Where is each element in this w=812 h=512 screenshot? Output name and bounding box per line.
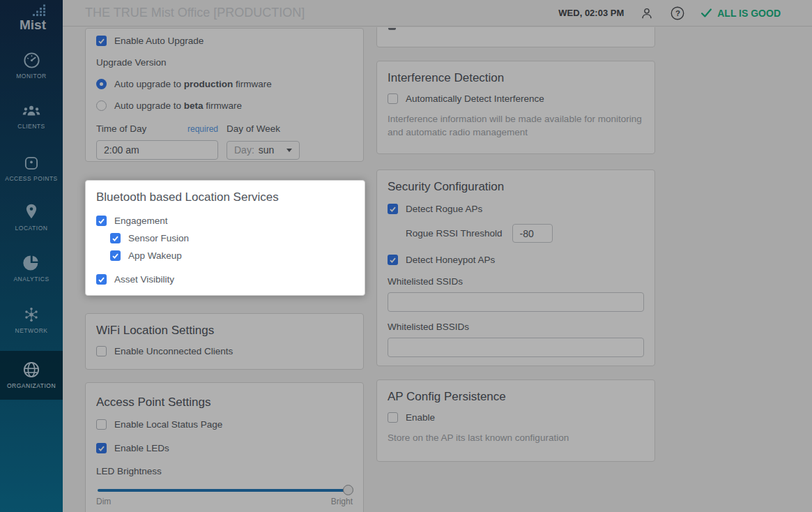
app-wakeup-checkbox[interactable]	[110, 250, 121, 261]
check-icon	[112, 253, 118, 259]
asset-visibility-checkbox[interactable]	[96, 274, 107, 285]
sensor-fusion-label: Sensor Fusion	[128, 233, 189, 243]
bluetooth-location-card: Bluetooth based Location Services Engage…	[85, 180, 365, 296]
asset-visibility-label: Asset Visibility	[114, 274, 174, 285]
bluetooth-card-title: Bluetooth based Location Services	[96, 190, 354, 204]
engagement-label: Engagement	[114, 216, 168, 226]
app-wakeup-label: App Wakeup	[128, 250, 182, 261]
engagement-checkbox[interactable]	[96, 216, 107, 226]
sensor-fusion-checkbox[interactable]	[110, 233, 121, 243]
check-icon	[112, 236, 118, 241]
check-icon	[98, 218, 105, 224]
check-icon	[98, 277, 105, 283]
mist-app-window: Mist MONITOR	[0, 0, 812, 512]
